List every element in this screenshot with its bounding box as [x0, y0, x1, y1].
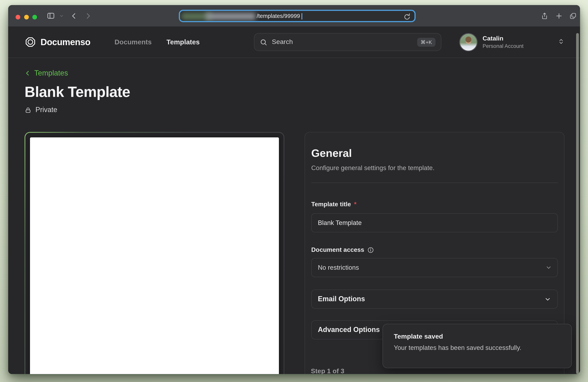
account-name: Catalin [483, 35, 524, 42]
search-input[interactable] [272, 38, 417, 46]
browser-toolbar: /templates/99999 [8, 5, 580, 26]
text-caret [301, 13, 302, 19]
breadcrumb-label: Templates [34, 69, 68, 77]
forward-button[interactable] [84, 5, 92, 26]
document-preview-inner [25, 133, 284, 374]
address-bar[interactable]: /templates/99999 [179, 10, 416, 22]
account-text: Catalin Personal Account [483, 35, 524, 49]
page-head: Templates Blank Template Private Create … [8, 58, 580, 114]
document-preview-card [24, 132, 284, 374]
email-options-accordion[interactable]: Email Options [311, 289, 558, 309]
toast-template-saved: Template saved Your templates has been s… [382, 324, 572, 368]
page-scrollbar[interactable] [576, 33, 579, 374]
app-header: Documenso Documents Templates ⌘+K Catali… [8, 26, 580, 58]
redacted-domain-blur [206, 13, 255, 20]
back-button[interactable] [70, 5, 78, 26]
chevron-left-icon [24, 70, 31, 76]
main-nav: Documents Templates [115, 38, 200, 46]
search-box: ⌘+K [254, 33, 441, 51]
pdf-page[interactable] [30, 137, 279, 374]
brand-link[interactable]: Documenso [24, 36, 90, 48]
required-asterisk: * [354, 201, 357, 208]
sidebar-toggle-icon[interactable] [45, 5, 56, 26]
reload-icon[interactable] [403, 12, 411, 21]
document-access-select[interactable]: No restrictions [311, 258, 558, 277]
account-type: Personal Account [483, 43, 524, 49]
nav-templates[interactable]: Templates [167, 38, 200, 46]
chevron-down-icon[interactable] [58, 5, 65, 26]
nav-documents[interactable]: Documents [115, 38, 152, 46]
document-access-label: Document access [311, 246, 364, 253]
lock-icon [24, 106, 32, 114]
panel-description: Configure general settings for the templ… [311, 164, 558, 172]
avatar [459, 33, 478, 51]
panel-heading: General [311, 147, 558, 160]
divider [311, 183, 558, 183]
search-shortcut-badge: ⌘+K [417, 38, 436, 46]
template-title-input[interactable] [311, 213, 558, 232]
browser-window: /templates/99999 [8, 5, 580, 374]
email-options-label: Email Options [318, 295, 544, 303]
breadcrumb-templates-link[interactable]: Templates [24, 69, 68, 77]
toast-message: Your templates has been saved successful… [394, 344, 561, 351]
page-title: Blank Template [24, 84, 565, 100]
close-window-button[interactable] [16, 15, 20, 19]
info-icon[interactable] [367, 247, 374, 253]
chevrons-up-down-icon [558, 38, 565, 46]
chevron-down-icon [544, 296, 551, 303]
search-icon [260, 38, 267, 46]
toast-title: Template saved [394, 333, 561, 341]
account-menu-button[interactable]: Catalin Personal Account [459, 33, 565, 51]
document-access-label-row: Document access [311, 246, 558, 253]
template-title-label: Template title [311, 201, 351, 208]
template-title-label-row: Template title * [311, 201, 558, 208]
visibility-row: Private [24, 106, 565, 114]
share-icon[interactable] [540, 5, 549, 26]
desktop: /templates/99999 [0, 0, 588, 382]
visibility-label: Private [35, 106, 57, 114]
chevron-down-icon [545, 264, 552, 271]
document-access-value: No restrictions [318, 264, 545, 271]
stepper-label: Step 1 of 3 [311, 367, 344, 374]
url-path: /templates/99999 [257, 13, 300, 19]
tab-overview-icon[interactable] [568, 5, 578, 26]
documenso-logo-icon [24, 36, 36, 48]
minimize-window-button[interactable] [24, 15, 29, 19]
zoom-window-button[interactable] [32, 15, 37, 19]
documenso-app: Documenso Documents Templates ⌘+K Catali… [8, 26, 580, 374]
new-tab-icon[interactable] [554, 5, 564, 26]
brand-name: Documenso [41, 37, 90, 47]
